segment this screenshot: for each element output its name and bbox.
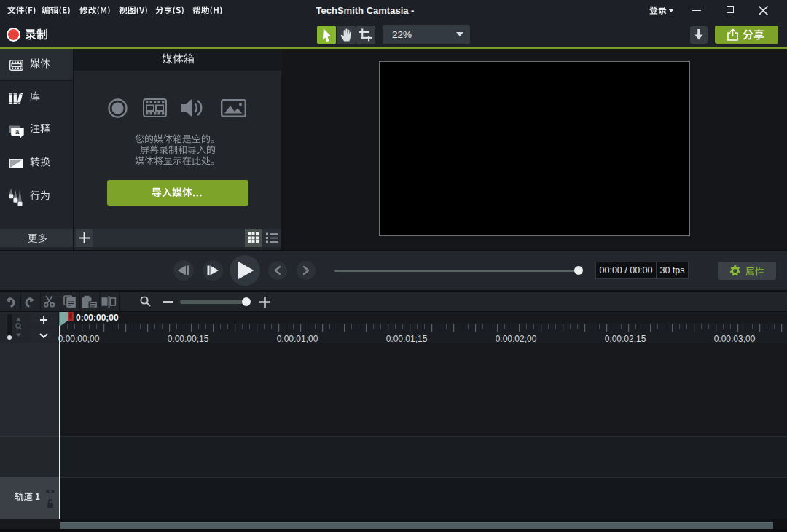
- svg-text:a: a: [15, 127, 20, 135]
